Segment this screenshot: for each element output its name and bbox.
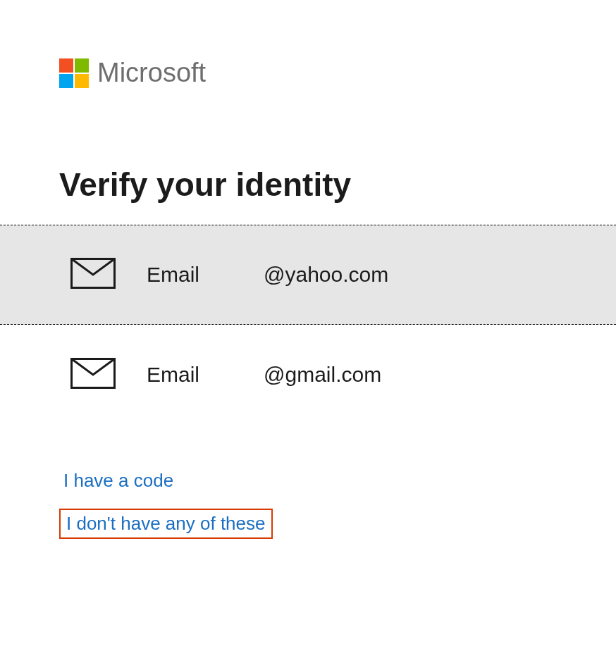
brand-header: Microsoft bbox=[0, 0, 616, 88]
dont-have-any-link[interactable]: I don't have any of these bbox=[59, 509, 273, 539]
verify-option-gmail[interactable]: Email @gmail.com bbox=[0, 325, 616, 425]
links-section: I have a code I don't have any of these bbox=[0, 425, 616, 553]
option-label: Email bbox=[147, 263, 252, 287]
option-domain: @yahoo.com bbox=[264, 263, 388, 287]
option-domain: @gmail.com bbox=[264, 363, 381, 387]
verify-option-yahoo[interactable]: Email @yahoo.com bbox=[0, 225, 616, 325]
have-code-link[interactable]: I have a code bbox=[59, 467, 178, 494]
page-title: Verify your identity bbox=[0, 88, 616, 225]
option-label: Email bbox=[147, 363, 252, 387]
verify-identity-page: Microsoft Verify your identity Email @ya… bbox=[0, 0, 616, 553]
envelope-icon bbox=[70, 258, 116, 292]
brand-name: Microsoft bbox=[97, 58, 206, 88]
envelope-icon bbox=[70, 358, 116, 392]
microsoft-logo-icon bbox=[59, 58, 89, 88]
